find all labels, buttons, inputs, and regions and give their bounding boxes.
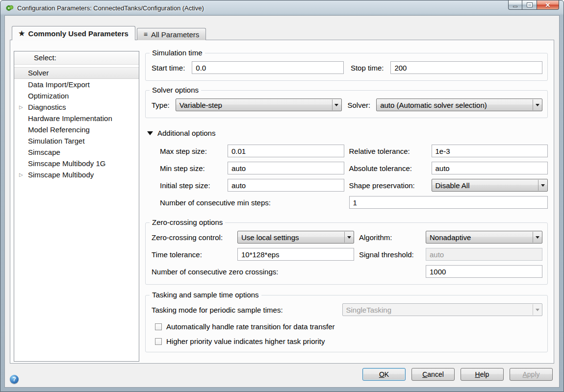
consecutive-min-steps-input[interactable] [349,196,548,209]
auto-rate-transition-checkbox[interactable] [155,323,162,330]
dropdown-arrow-icon [332,99,341,110]
minimize-button[interactable] [508,0,522,10]
sidebar-item-diagnostics[interactable]: ▷ Diagnostics [14,101,139,113]
titlebar: Configuration Parameters: ConnectedTanks… [0,0,564,15]
zero-crossing-control-label: Zero-crossing control: [152,233,232,242]
dropdown-arrow-icon [533,304,541,315]
dropdown-arrow-icon [533,99,541,110]
relative-tolerance-input[interactable] [432,145,548,157]
sidebar-item-optimization[interactable]: Optimization [14,90,139,101]
absolute-tolerance-input[interactable] [432,162,548,174]
dropdown-value: Disable All [436,181,470,190]
sidebar-item-label: Diagnostics [28,103,66,111]
sidebar-item-model-referencing[interactable]: Model Referencing [14,124,139,135]
tab-content-panel: Select: Solver Data Import/Export Optimi… [10,40,554,364]
ok-button[interactable]: OK [362,368,406,381]
help-icon[interactable]: ? [10,375,19,384]
dropdown-value: Variable-step [179,101,222,109]
dropdown-value: auto (Automatic solver selection) [380,101,487,109]
solver-type-dropdown[interactable]: Variable-step [176,98,342,111]
close-button[interactable]: ✕ [537,0,559,10]
sidebar-list: Solver Data Import/Export Optimization ▷… [14,65,139,180]
group-title: Zero-crossing options [150,218,225,226]
sidebar-item-simscape-multibody[interactable]: ▷ Simscape Multibody [14,169,139,180]
time-tolerance-label: Time tolerance: [152,250,232,259]
dropdown-arrow-icon [538,180,547,191]
max-step-size-label: Max step size: [160,147,223,155]
simulation-time-group: Simulation time Start time: Stop time: [145,53,548,81]
sidebar-item-simulation-target[interactable]: Simulation Target [14,135,139,147]
tasking-mode-dropdown[interactable]: SingleTasking [342,303,543,316]
algorithm-dropdown[interactable]: Nonadaptive [426,231,542,244]
shape-preservation-dropdown[interactable]: Disable All [432,179,548,192]
group-title: Tasking and sample time options [150,291,261,299]
signal-threshold-input[interactable] [426,248,542,261]
sidebar-item-hardware-implementation[interactable]: Hardware Implementation [14,113,139,124]
zero-crossing-control-dropdown[interactable]: Use local settings [237,231,354,244]
expand-arrow-icon[interactable]: ▷ [19,169,23,180]
expand-arrow-icon[interactable]: ▷ [19,101,23,113]
signal-threshold-label: Signal threshold: [359,250,421,259]
start-time-label: Start time: [152,64,185,72]
dialog-body: ★ Commonly Used Parameters ≡ All Paramet… [4,15,560,388]
solver-dropdown[interactable]: auto (Automatic solver selection) [376,98,542,111]
dropdown-value: Use local settings [241,233,299,242]
consecutive-zero-crossings-label: Number of consecutive zero crossings: [152,268,421,276]
footer: ? OK Cancel Help Apply [5,363,559,387]
configuration-parameters-window: Configuration Parameters: ConnectedTanks… [0,0,564,392]
additional-options-title: Additional options [157,129,215,137]
max-step-size-input[interactable] [228,145,344,157]
zero-crossing-options-group: Zero-crossing options Zero-crossing cont… [145,222,548,285]
higher-priority-row: Higher priority value indicates higher t… [155,337,542,345]
close-icon: ✕ [545,2,551,8]
start-time-input[interactable] [192,61,344,74]
tab-label: All Parameters [151,30,199,39]
sidebar-item-simscape-multibody-1g[interactable]: Simscape Multibody 1G [14,158,139,169]
group-title: Simulation time [150,49,205,57]
sidebar-item-data-import-export[interactable]: Data Import/Export [14,79,139,90]
type-label: Type: [152,101,170,109]
tab-commonly-used-parameters[interactable]: ★ Commonly Used Parameters [12,26,135,40]
relative-tolerance-label: Relative tolerance: [349,147,427,155]
dropdown-arrow-icon [344,232,353,243]
star-icon: ★ [19,29,25,37]
apply-button[interactable]: Apply [510,368,553,381]
cancel-button[interactable]: Cancel [411,368,455,381]
auto-rate-transition-label: Automatically handle rate transition for… [166,322,335,331]
initial-step-size-label: Initial step size: [160,181,223,190]
algorithm-label: Algorithm: [359,233,421,242]
tab-label: Commonly Used Parameters [28,29,128,38]
solver-pane: Simulation time Start time: Stop time: S… [145,40,548,352]
additional-options-fields: Max step size: Relative tolerance: Min s… [160,145,548,209]
help-button[interactable]: Help [461,368,504,381]
tasking-options-group: Tasking and sample time options Tasking … [145,295,548,352]
sidebar-item-simscape[interactable]: Simscape [14,147,139,158]
button-row: OK Cancel Help Apply [362,368,553,381]
simulink-icon [6,4,14,12]
additional-options-expander[interactable]: Additional options [147,129,548,137]
higher-priority-label: Higher priority value indicates higher t… [166,337,325,345]
auto-rate-transition-row: Automatically handle rate transition for… [155,322,542,331]
dropdown-arrow-icon [533,232,541,243]
collapse-triangle-icon [147,131,153,135]
initial-step-size-input[interactable] [228,179,344,192]
min-step-size-label: Min step size: [160,164,223,172]
minimize-icon [513,6,517,7]
tab-all-parameters[interactable]: ≡ All Parameters [137,28,206,40]
min-step-size-input[interactable] [228,162,344,174]
dropdown-value: Nonadaptive [430,233,471,242]
absolute-tolerance-label: Absolute tolerance: [349,164,427,172]
solver-label: Solver: [348,101,371,109]
dropdown-value: SingleTasking [346,306,392,314]
maximize-icon [527,3,532,7]
sidebar-item-solver[interactable]: Solver [14,67,139,79]
time-tolerance-input[interactable] [237,248,354,261]
consecutive-zero-crossings-input[interactable] [426,265,542,278]
maximize-button[interactable] [522,0,537,10]
sidebar-item-label: Simscape Multibody [28,171,94,179]
stop-time-input[interactable] [390,61,542,74]
shape-preservation-label: Shape preservation: [349,181,427,190]
group-title: Solver options [150,86,201,94]
higher-priority-checkbox[interactable] [155,338,162,345]
solver-options-group: Solver options Type: Variable-step Solve… [145,90,548,118]
